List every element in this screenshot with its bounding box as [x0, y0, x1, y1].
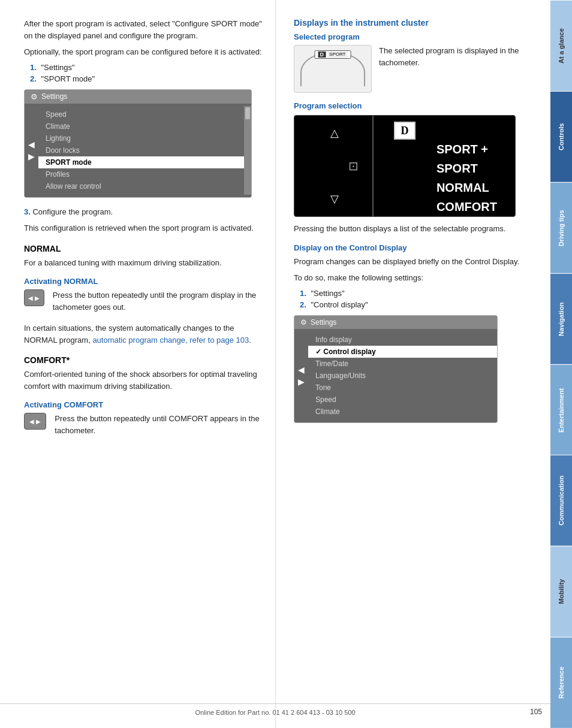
step-2-num: 2.: [30, 74, 37, 83]
selected-program-section: D SPORT The selected program is displaye…: [294, 45, 538, 93]
menu-item-speed[interactable]: Speed: [308, 394, 497, 406]
settings-menu-area-right: ◀ ▶ Info display Control display Time/Da…: [294, 329, 497, 422]
settings-title-right: Settings: [311, 318, 336, 327]
prog-icon: ⊡: [348, 159, 359, 173]
comfort-p: Comfort-oriented tuning of the shock abs…: [24, 368, 263, 392]
menu-item-lighting[interactable]: Lighting: [38, 132, 244, 144]
menu-item-sport-mode[interactable]: SPORT mode: [38, 156, 244, 168]
footer: Online Edition for Part no. 01 41 2 604 …: [0, 703, 550, 716]
prog-item-sport: SPORT: [436, 159, 497, 178]
sidebar-tab-controls[interactable]: Controls: [550, 91, 572, 182]
normal-note: In certain situations, the system automa…: [24, 322, 263, 346]
sidebar: At a glance Controls Driving tips Naviga…: [550, 0, 572, 728]
page-number: 105: [530, 708, 542, 716]
gear-icon: ⚙: [31, 92, 38, 101]
right-column: Displays in the instrument cluster Selec…: [276, 0, 550, 728]
sidebar-tab-driving-tips[interactable]: Driving tips: [550, 182, 572, 273]
program-selection-heading: Program selection: [294, 101, 538, 110]
display-control-p2: To do so, make the following settings:: [294, 272, 538, 284]
settings-title: Settings: [41, 92, 67, 101]
menu-item-climate[interactable]: Climate: [308, 406, 497, 418]
prog-divider: [372, 116, 374, 216]
settings-menu-items: Speed Climate Lighting Door locks SPORT …: [38, 106, 244, 195]
menu-item-climate[interactable]: Climate: [38, 120, 244, 132]
step3: 3. Configure the program.: [24, 206, 263, 218]
prog-item-sport-plus: SPORT +: [436, 140, 497, 159]
tacho-sport: SPORT: [327, 52, 347, 58]
selected-program-heading: Selected program: [294, 32, 538, 41]
step-2: 2. "SPORT mode": [30, 74, 263, 83]
settings-title-bar-right: ⚙ Settings: [294, 316, 497, 329]
settings-menu-items-right: Info display Control display Time/Date L…: [308, 331, 497, 420]
comfort-heading: COMFORT*: [24, 355, 263, 365]
prog-item-normal: NORMAL: [436, 178, 497, 197]
menu-item-profiles[interactable]: Profiles: [38, 168, 244, 180]
normal-p: For a balanced tuning with maximum drivi…: [24, 257, 263, 269]
prog-arrow-down-icon: ▽: [330, 192, 339, 206]
comfort-button-icon: [24, 413, 46, 430]
gear-icon-right: ⚙: [300, 318, 307, 327]
footer-text: Online Edition for Part no. 01 41 2 604 …: [195, 709, 355, 716]
activating-comfort-section: Press the button repeatedly until COMFOR…: [24, 413, 263, 441]
display-step-1-num: 1.: [300, 289, 306, 298]
menu-item-info-display[interactable]: Info display: [308, 334, 497, 346]
main-content: After the sport program is activated, se…: [0, 0, 550, 728]
normal-period: .: [249, 336, 251, 345]
menu-item-allow-rear[interactable]: Allow rear control: [38, 180, 244, 192]
activating-comfort-p: Press the button repeatedly until COMFOR…: [55, 413, 263, 436]
tacho-d: D: [318, 52, 326, 58]
normal-button-icon: [24, 289, 44, 306]
display-step-1-text: "Settings": [311, 289, 344, 298]
program-selection-image: D △ ▽ ⊡ SPORT + SPORT NORMAL COMFORT: [294, 115, 516, 217]
scroll-thumb: [245, 107, 250, 119]
step-1: 1. "Settings": [30, 63, 263, 72]
activating-comfort-heading: Activating COMFORT: [24, 400, 263, 409]
sidebar-tab-mobility[interactable]: Mobility: [550, 546, 572, 637]
settings-screenshot-right: ⚙ Settings ◀ ▶ Info display Control disp…: [294, 315, 498, 423]
arrow-left-right: ◀: [298, 365, 305, 374]
activating-normal-heading: Activating NORMAL: [24, 277, 263, 286]
display-steps: 1. "Settings" 2. "Control display": [300, 289, 538, 309]
menu-item-time-date[interactable]: Time/Date: [308, 358, 497, 370]
sidebar-tab-at-a-glance[interactable]: At a glance: [550, 0, 572, 91]
display-control-heading: Display on the Control Display: [294, 243, 538, 252]
sidebar-tab-reference[interactable]: Reference: [550, 637, 572, 728]
activating-normal-section: Press the button repeatedly until the pr…: [24, 289, 263, 318]
prog-list: SPORT + SPORT NORMAL COMFORT: [436, 140, 497, 216]
intro-p1: After the sport program is activated, se…: [24, 18, 263, 41]
sidebar-tab-entertainment[interactable]: Entertainment: [550, 364, 572, 455]
settings-menu-area: ◀ ▶ Speed Climate Lighting Door locks SP…: [25, 104, 251, 197]
setup-steps: 1. "Settings" 2. "SPORT mode": [30, 63, 263, 83]
step-1-num: 1.: [30, 63, 37, 72]
step3-num: 3.: [24, 207, 31, 216]
display-control-p1: Program changes can be displayed briefly…: [294, 256, 538, 268]
arrow-left: ◀: [28, 140, 35, 149]
prog-item-comfort: COMFORT: [436, 197, 497, 216]
nav-arrows-right: ◀ ▶: [294, 331, 308, 420]
display-step-1: 1. "Settings": [300, 289, 538, 298]
menu-item-tone[interactable]: Tone: [308, 382, 497, 394]
menu-item-language-units[interactable]: Language/Units: [308, 370, 497, 382]
arrow-right: ▶: [28, 152, 35, 161]
step-1-text: "Settings": [41, 63, 74, 72]
intro-p2: Optionally, the sport program can be con…: [24, 46, 263, 58]
step3-text: Configure the program.: [32, 207, 113, 216]
arrow-right-right: ▶: [298, 377, 305, 386]
step3-detail: This configuration is retrieved when the…: [24, 222, 263, 234]
menu-item-control-display[interactable]: Control display: [308, 346, 497, 358]
sidebar-tab-navigation[interactable]: Navigation: [550, 273, 572, 364]
tacho-label: D SPORT: [315, 50, 351, 59]
left-column: After the sport program is activated, se…: [0, 0, 276, 728]
display-step-2: 2. "Control display": [300, 300, 538, 309]
settings-title-bar: ⚙ Settings: [25, 90, 251, 104]
main-heading: Displays in the instrument cluster: [294, 18, 538, 28]
normal-link[interactable]: automatic program change, refer to page …: [92, 336, 249, 345]
scroll-bar[interactable]: [244, 106, 251, 195]
menu-item-speed[interactable]: Speed: [38, 108, 244, 120]
program-p: Pressing the button displays a list of t…: [294, 223, 538, 235]
activating-normal-p: Press the button repeatedly until the pr…: [53, 289, 263, 313]
menu-item-door-locks[interactable]: Door locks: [38, 144, 244, 156]
normal-heading: NORMAL: [24, 244, 263, 253]
sidebar-tab-communication[interactable]: Communication: [550, 455, 572, 546]
prog-arrow-up-icon: △: [330, 126, 339, 140]
